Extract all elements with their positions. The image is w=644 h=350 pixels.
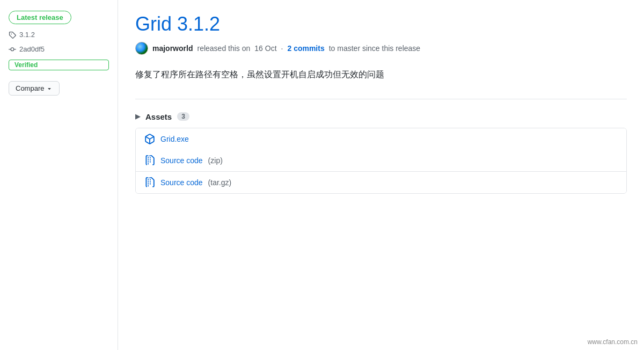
assets-toggle[interactable]: ▶	[135, 113, 140, 120]
asset-name-exe: Grid.exe	[160, 135, 189, 143]
dot-separator: ·	[281, 44, 283, 53]
release-text: released this on	[197, 44, 250, 53]
sidebar-tag-value: 3.1.2	[19, 31, 35, 39]
asset-ext-zip: (zip)	[208, 156, 223, 165]
sidebar-tag: 3.1.2	[9, 31, 109, 39]
release-description: 修复了程序所在路径有空格，虽然设置开机自启成功但无效的问题	[135, 68, 627, 82]
asset-item-targz[interactable]: Source code (tar.gz)	[136, 172, 626, 193]
asset-item-exe[interactable]: Grid.exe	[136, 128, 626, 150]
latest-release-badge: Latest release	[9, 11, 71, 24]
assets-count: 3	[177, 112, 189, 121]
release-title: Grid 3.1.2	[135, 13, 627, 35]
asset-item-zip[interactable]: Source code (zip)	[136, 150, 626, 172]
section-divider	[135, 99, 627, 99]
asset-name-zip: Source code	[160, 156, 203, 165]
chevron-down-icon	[46, 85, 53, 92]
sidebar-commit-value: 2ad0df5	[19, 45, 45, 53]
targz-icon	[144, 177, 155, 188]
assets-label: Assets	[145, 112, 172, 121]
tag-icon	[9, 31, 16, 39]
assets-section: ▶ Assets 3 Grid	[135, 112, 627, 194]
author-name: majorworld	[152, 44, 193, 53]
asset-row-exe-wrapper: Grid.exe	[136, 128, 626, 150]
exe-icon	[144, 134, 155, 144]
commit-icon	[9, 46, 16, 53]
asset-name-targz: Source code	[160, 178, 203, 187]
commits-link[interactable]: 2 commits	[287, 44, 324, 53]
release-meta: majorworld released this on 16 Oct · 2 c…	[135, 42, 627, 55]
sidebar-commit: 2ad0df5	[9, 45, 109, 53]
compare-button[interactable]: Compare	[9, 81, 60, 96]
release-date: 16 Oct	[254, 44, 276, 53]
zip-icon	[144, 155, 155, 166]
verified-badge: Verified	[9, 60, 109, 70]
compare-label: Compare	[16, 84, 44, 92]
assets-list: Grid.exe Source code (zip) Source	[135, 128, 627, 194]
asset-ext-targz: (tar.gz)	[208, 178, 232, 187]
watermark: www.cfan.com.cn	[588, 338, 638, 346]
commits-suffix: to master since this release	[329, 44, 420, 53]
sidebar: Latest release 3.1.2 2ad0df5 Verified Co…	[0, 0, 118, 350]
author-avatar	[135, 42, 148, 55]
main-content: Grid 3.1.2 majorworld released this on 1…	[118, 0, 644, 350]
assets-header: ▶ Assets 3	[135, 112, 627, 121]
